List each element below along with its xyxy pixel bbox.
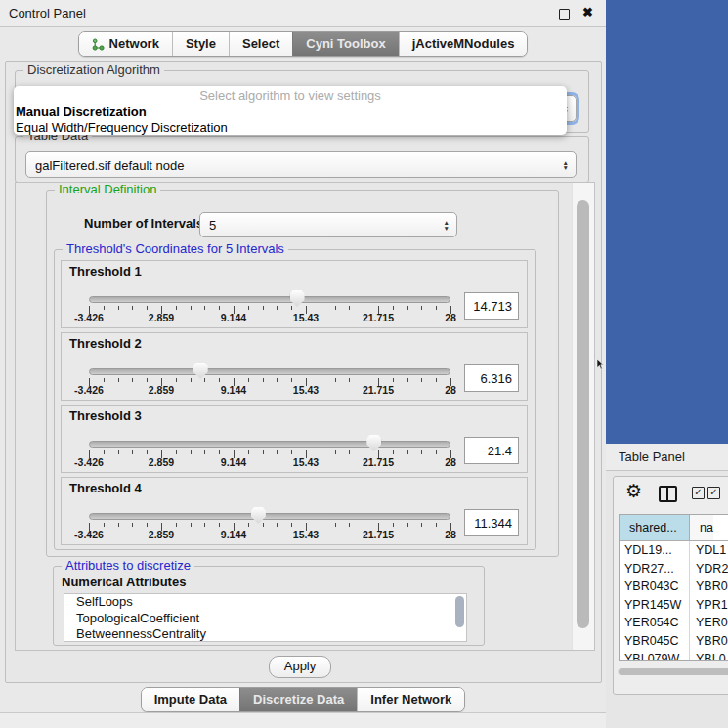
tick-label: 2.859 — [149, 312, 174, 323]
table-row[interactable]: YBL079WYBL0 — [620, 650, 728, 661]
tab-select[interactable]: Select — [229, 32, 292, 56]
tick-mark — [248, 523, 249, 527]
tick-mark — [191, 523, 192, 527]
tick-label: 21.715 — [363, 312, 394, 323]
tick-mark — [291, 306, 292, 310]
tick-mark — [263, 523, 264, 527]
tick-mark — [277, 378, 278, 382]
table-cell: YER054C — [620, 614, 690, 632]
table-row[interactable]: YPR145WYPR1 — [620, 596, 728, 615]
dropdown-option[interactable]: Equal Width/Frequency Discretization — [14, 119, 567, 135]
tick-mark — [393, 306, 394, 310]
tick-label: 21.715 — [363, 384, 394, 396]
column-header[interactable]: na — [690, 515, 713, 540]
tick-mark — [132, 378, 133, 382]
table-cell: YBR0 — [690, 578, 728, 596]
tick-mark — [147, 306, 148, 310]
tab-style[interactable]: Style — [172, 32, 229, 56]
columns-icon[interactable] — [659, 486, 677, 502]
table-row[interactable]: YBR045CYBR0 — [620, 632, 728, 651]
slider-track[interactable] — [89, 368, 450, 375]
tab-impute-data[interactable]: Impute Data — [142, 688, 239, 711]
tab-cyni-toolbox[interactable]: Cyni Toolbox — [292, 32, 398, 56]
tick-mark — [132, 306, 133, 310]
threshold-label: Threshold 2 — [69, 336, 142, 351]
horizontal-scrollbar[interactable] — [618, 668, 728, 675]
control-panel: Control Panel ✖ NetworkStyleSelectCyni T… — [0, 0, 607, 728]
close-icon[interactable]: ✖ — [582, 5, 593, 20]
viewport-scrollbar[interactable] — [572, 183, 594, 650]
threshold-value-field[interactable]: 6.316 — [464, 364, 519, 392]
gear-icon[interactable]: ⚙ — [625, 480, 642, 502]
tick-mark — [191, 306, 192, 310]
network-icon — [92, 38, 105, 51]
table-row[interactable]: YER054CYER0 — [620, 614, 728, 632]
threshold-slider[interactable]: -3.4262.8599.14415.4321.71528 — [89, 513, 450, 542]
slider-thumb[interactable] — [251, 507, 266, 524]
tab-network[interactable]: Network — [79, 32, 172, 56]
tick-mark — [204, 378, 205, 382]
slider-thumb[interactable] — [193, 363, 208, 379]
table-panel-titlebar: Table Panel — [606, 444, 728, 471]
tick-mark — [176, 306, 177, 310]
tick-mark — [407, 523, 408, 527]
dropdown-option[interactable]: Manual Discretization — [14, 104, 567, 119]
tick-mark — [219, 523, 220, 527]
list-item[interactable]: BetweennessCentrality — [64, 626, 466, 642]
table-row[interactable]: YDL19...YDL1 — [620, 541, 728, 560]
slider-track[interactable] — [89, 296, 450, 303]
threshold-value-field[interactable]: 14.713 — [464, 292, 519, 320]
table-row[interactable]: YDR27...YDR2 — [620, 560, 728, 578]
tick-mark — [204, 523, 205, 527]
tick-label: -3.426 — [74, 312, 104, 323]
threshold-value-field[interactable]: 11.344 — [464, 509, 519, 536]
apply-button[interactable]: Apply — [269, 656, 331, 678]
node-attribute-table[interactable]: shared...na YDL19...YDL1YDR27...YDR2YBR0… — [619, 514, 728, 661]
list-item[interactable]: SelfLoops — [64, 594, 466, 611]
float-window-icon[interactable] — [559, 9, 570, 20]
tick-mark — [421, 306, 422, 310]
threshold-value-field[interactable]: 21.4 — [464, 437, 519, 464]
tick-label: 9.144 — [221, 312, 246, 323]
threshold-slider[interactable]: -3.4262.8599.14415.4321.71528 — [89, 441, 450, 470]
tick-label: 9.144 — [221, 456, 246, 468]
checkbox-icon[interactable]: ✓ — [707, 487, 720, 499]
slider-track[interactable] — [89, 441, 450, 448]
list-item[interactable]: TopologicalCoefficient — [64, 611, 466, 627]
tick-mark — [321, 378, 321, 382]
table-row[interactable]: YBR043CYBR0 — [620, 578, 728, 596]
tick-label: 15.43 — [293, 529, 319, 540]
tick-mark — [393, 523, 394, 527]
slider-thumb[interactable] — [366, 435, 381, 451]
thresholds-group-title: Threshold's Coordinates for 5 Intervals — [63, 241, 288, 256]
threshold-label: Threshold 4 — [69, 481, 142, 495]
threshold-panel: Threshold 2-3.4262.8599.14415.4321.71528… — [61, 332, 528, 401]
list-scrollbar[interactable] — [454, 595, 465, 640]
number-of-intervals-combobox[interactable]: 5 ▲▼ — [199, 212, 457, 237]
tick-label: 9.144 — [221, 529, 246, 540]
threshold-slider[interactable]: -3.4262.8599.14415.4321.71528 — [89, 368, 450, 398]
tick-mark — [219, 450, 220, 454]
tick-mark — [335, 306, 336, 310]
tab-jactivemnodules[interactable]: jActiveMNodules — [399, 32, 528, 56]
tick-mark — [176, 450, 177, 454]
tick-mark — [291, 378, 292, 382]
threshold-slider[interactable]: -3.4262.8599.14415.4321.71528 — [89, 296, 450, 325]
interval-group-title: Interval Definition — [55, 182, 160, 196]
tab-discretize-data[interactable]: Discretize Data — [239, 688, 357, 711]
column-header[interactable]: shared... — [620, 515, 690, 540]
tick-label: 21.715 — [363, 456, 394, 468]
tick-label: 2.859 — [149, 384, 174, 396]
scrollbar-thumb[interactable] — [619, 668, 728, 675]
numerical-attributes-list[interactable]: SelfLoopsTopologicalCoefficientBetweenne… — [64, 593, 467, 642]
slider-thumb[interactable] — [290, 290, 305, 307]
checkbox-icon[interactable]: ✓ — [692, 487, 705, 499]
tab-label: Cyni Toolbox — [306, 32, 385, 56]
control-panel-titlebar: Control Panel ✖ — [0, 0, 606, 27]
tab-infer-network[interactable]: Infer Network — [357, 688, 464, 711]
scrollbar-thumb[interactable] — [577, 200, 589, 628]
tab-label: Select — [242, 32, 279, 56]
table-data-combobox[interactable]: galFiltered.sif default node ▲▼ — [25, 151, 577, 178]
slider-track[interactable] — [89, 513, 450, 520]
tick-mark — [321, 450, 321, 454]
